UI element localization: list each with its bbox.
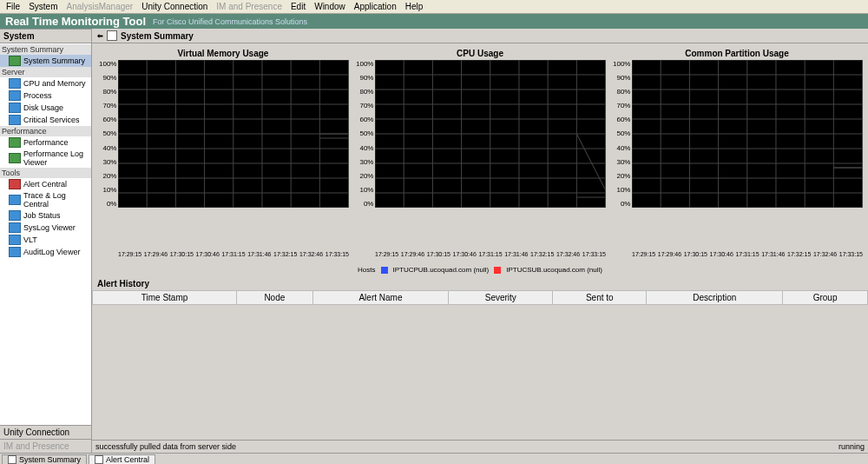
menu-window[interactable]: Window	[310, 2, 350, 11]
tree-item-syslog-viewer[interactable]: SysLog Viewer	[0, 222, 91, 234]
tree-icon	[9, 235, 21, 245]
legend-swatch	[494, 267, 501, 274]
panel-header: ⬅ System Summary	[92, 29, 868, 43]
hosts-legend: HostsIPTUCPUB.ucoquad.com (null)IPTUCSUB…	[92, 262, 868, 277]
tree-item-disk-usage[interactable]: Disk Usage	[0, 102, 91, 114]
tree-item-label: System Summary	[23, 56, 85, 65]
tree-item-vlt[interactable]: VLT	[0, 234, 91, 246]
tree-item-label: CPU and Memory	[23, 79, 86, 88]
tree-item-critical-services[interactable]: Critical Services	[0, 114, 91, 126]
tree-item-performance-log-viewer[interactable]: Performance Log Viewer	[0, 149, 91, 168]
tree-item-system-summary[interactable]: System Summary	[0, 55, 91, 67]
window-icon	[107, 30, 117, 41]
tree-item-label: Disk Usage	[23, 103, 63, 112]
sidebar-footer-im[interactable]: IM and Presence	[0, 439, 91, 453]
tree-item-label: AuditLog Viewer	[23, 248, 80, 256]
tree-icon	[9, 56, 21, 66]
tree-item-process[interactable]: Process	[0, 89, 91, 102]
menu-application[interactable]: Application	[350, 2, 401, 11]
alert-col[interactable]: Severity	[449, 291, 553, 305]
chart-0: Virtual Memory Usage100%90%80%70%60%50%4…	[97, 49, 349, 257]
tree-icon	[9, 78, 21, 89]
bottom-tabbar[interactable]: System SummaryAlert Central	[0, 453, 868, 464]
tree-icon	[9, 247, 21, 257]
tree-item-label: Performance	[23, 138, 69, 147]
tree-item-label: Job Status	[23, 211, 61, 220]
tree-item-auditlog-viewer[interactable]: AuditLog Viewer	[0, 246, 91, 258]
tree-item-label: Trace & Log Central	[23, 191, 89, 209]
menu-im-and-presence[interactable]: IM and Presence	[212, 2, 286, 11]
chart-plot	[118, 60, 349, 208]
chart-2: Common Partition Usage100%90%80%70%60%50…	[611, 49, 863, 257]
tree-item-label: Critical Services	[23, 116, 80, 124]
content-area: ⬅ System Summary Virtual Memory Usage100…	[92, 29, 868, 453]
menu-unity-connection[interactable]: Unity Connection	[137, 2, 212, 11]
tree-icon	[9, 115, 21, 125]
tree-item-label: SysLog Viewer	[23, 223, 76, 232]
chart-title: Virtual Memory Usage	[97, 49, 349, 58]
charts-row: Virtual Memory Usage100%90%80%70%60%50%4…	[92, 43, 868, 262]
tree-icon	[9, 103, 21, 113]
tree-item-cpu-and-memory[interactable]: CPU and Memory	[0, 77, 91, 89]
menu-system[interactable]: System	[24, 2, 62, 11]
tree-icon	[9, 137, 21, 148]
tree-item-trace-log-central[interactable]: Trace & Log Central	[0, 190, 91, 209]
alert-col[interactable]: Group	[783, 291, 868, 305]
tree-category: Performance	[0, 126, 91, 136]
chart-1: CPU Usage100%90%80%70%60%50%40%30%20%10%…	[354, 49, 606, 257]
panel-close-icon[interactable]: ⬅	[97, 32, 103, 40]
tab-icon	[95, 455, 103, 464]
status-message: successfully pulled data from server sid…	[95, 442, 236, 451]
alert-col[interactable]: Alert Name	[312, 291, 449, 305]
menu-help[interactable]: Help	[401, 2, 428, 11]
tree-icon	[9, 210, 21, 221]
app-title: Real Time Monitoring Tool	[5, 15, 146, 28]
alert-history-table: Time StampNodeAlert NameSeveritySent toD…	[92, 290, 868, 305]
legend-swatch	[381, 267, 388, 274]
alert-col[interactable]: Sent to	[553, 291, 647, 305]
panel-title: System Summary	[121, 31, 194, 41]
menu-analysismanager[interactable]: AnalysisManager	[62, 2, 137, 11]
chart-title: CPU Usage	[354, 49, 606, 58]
chart-plot	[632, 60, 863, 208]
menu-file[interactable]: File	[2, 2, 24, 11]
status-bar: successfully pulled data from server sid…	[92, 440, 868, 453]
tree-item-job-status[interactable]: Job Status	[0, 209, 91, 222]
chart-title: Common Partition Usage	[611, 49, 863, 58]
app-subtitle: For Cisco Unified Communications Solutio…	[153, 17, 307, 26]
tree-category: Tools	[0, 168, 91, 178]
tree-icon	[9, 90, 21, 101]
tree-category: System Summary	[0, 44, 91, 55]
sidebar: System System SummarySystem SummaryServe…	[0, 29, 92, 453]
tree-item-label: Performance Log Viewer	[23, 149, 89, 167]
menu-edit[interactable]: Edit	[286, 2, 310, 11]
tab-icon	[8, 455, 16, 464]
legend-label: IPTUCPUB.ucoquad.com (null)	[393, 266, 490, 274]
tree-item-label: Process	[23, 91, 52, 100]
alert-history-body	[92, 305, 868, 440]
tree-category: Server	[0, 67, 91, 77]
legend-label: IPTUCSUB.ucoquad.com (null)	[506, 266, 602, 274]
nav-tree: System SummarySystem SummaryServerCPU an…	[0, 43, 91, 425]
tree-item-label: VLT	[23, 235, 37, 244]
tree-icon	[9, 153, 21, 163]
tab-system-summary[interactable]: System Summary	[2, 454, 87, 464]
tree-item-label: Alert Central	[23, 180, 67, 189]
alert-history-title: Alert History	[92, 277, 868, 290]
alert-col[interactable]: Node	[237, 291, 312, 305]
status-running: running	[838, 442, 865, 451]
alert-col[interactable]: Description	[647, 291, 783, 305]
alert-col[interactable]: Time Stamp	[93, 291, 237, 305]
tree-item-performance[interactable]: Performance	[0, 136, 91, 149]
chart-plot	[375, 60, 606, 208]
sidebar-footer-unity[interactable]: Unity Connection	[0, 425, 91, 439]
tree-icon	[9, 195, 21, 205]
tree-item-alert-central[interactable]: Alert Central	[0, 178, 91, 190]
sidebar-header-system[interactable]: System	[0, 29, 91, 43]
tree-icon	[9, 179, 21, 189]
svg-line-42	[577, 134, 606, 190]
tree-icon	[9, 222, 21, 233]
tab-alert-central[interactable]: Alert Central	[89, 454, 155, 464]
menubar[interactable]: FileSystemAnalysisManagerUnity Connectio…	[0, 0, 868, 14]
app-titlebar: Real Time Monitoring Tool For Cisco Unif…	[0, 14, 868, 29]
